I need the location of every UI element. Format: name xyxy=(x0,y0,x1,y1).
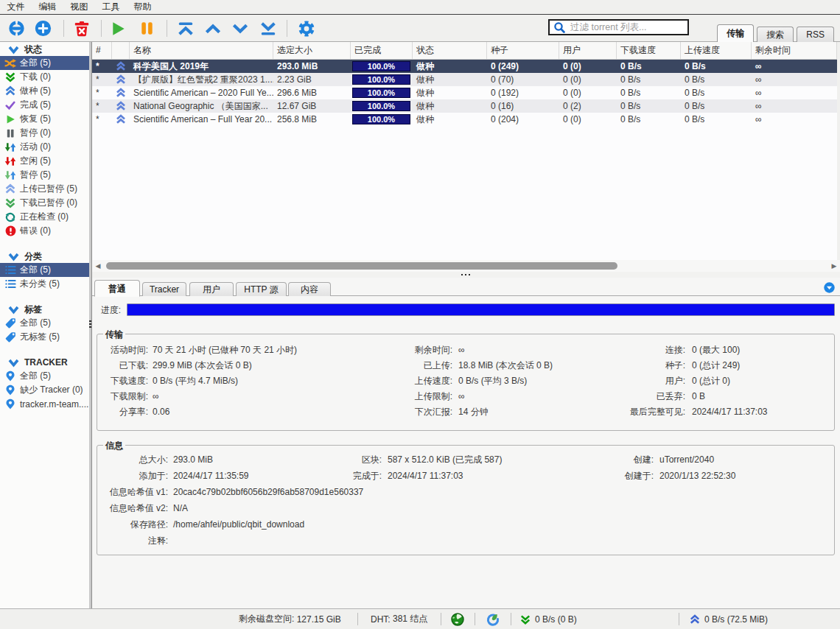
column-header-1[interactable]: # xyxy=(92,42,112,59)
torrent-row-4[interactable]: *National Geographic （美国国家...12.67 GiB10… xyxy=(92,99,837,113)
sidebar-item[interactable]: 未分类 (5) xyxy=(0,277,89,291)
scrollbar-thumb[interactable] xyxy=(106,262,617,270)
sidebar-item-label: 上传已暂停 (5) xyxy=(20,183,77,195)
column-header-10[interactable]: 上传速度 xyxy=(681,42,752,59)
sidebar-section-3[interactable]: 标签 xyxy=(0,303,89,316)
cell-name: 科学美国人 2019年 xyxy=(130,60,273,73)
detail-row: 已下载:299.9 MiB (本次会话 0 B)已上传:18.8 MiB (本次… xyxy=(97,358,834,373)
column-header-4[interactable]: 选定大小 xyxy=(273,42,351,59)
scroll-left-arrow[interactable]: ◀ xyxy=(92,260,104,272)
sidebar-item[interactable]: 无标签 (5) xyxy=(0,330,89,344)
menu-4[interactable]: 工具 xyxy=(95,0,127,14)
main-tab-3[interactable]: RSS xyxy=(797,27,834,42)
sidebar-item[interactable]: 错误 (0) xyxy=(0,224,89,238)
field-label: 种子: xyxy=(569,358,685,373)
pin-icon xyxy=(4,398,16,410)
seeding-icon xyxy=(4,85,16,96)
sidebar-item[interactable]: 上传已暂停 (5) xyxy=(0,182,89,196)
menu-2[interactable]: 编辑 xyxy=(32,0,63,14)
menu-5[interactable]: 帮助 xyxy=(127,0,158,14)
column-header-8[interactable]: 用户 xyxy=(559,42,617,59)
field-value: 0 (总计 0) xyxy=(692,373,730,389)
stalled-up-icon xyxy=(4,183,16,194)
sidebar-item-label: 缺少 Tracker (0) xyxy=(20,384,83,396)
connection-status[interactable] xyxy=(451,609,464,629)
sidebar-item[interactable]: 全部 (5) xyxy=(0,369,89,383)
torrent-row-2[interactable]: *【扩展版】红色警戒2 重聚2023 1....2.23 GiB100.0%做种… xyxy=(92,73,837,86)
resume-button[interactable] xyxy=(108,18,127,38)
menu-1[interactable]: 文件 xyxy=(0,0,32,14)
panel-splitter[interactable] xyxy=(92,272,840,278)
sidebar-item[interactable]: 暂停 (0) xyxy=(0,126,89,140)
sidebar-item[interactable]: 下载 (0) xyxy=(0,70,89,84)
detail-tab-2[interactable]: Tracker xyxy=(142,282,186,296)
sidebar-item[interactable]: 暂停 (5) xyxy=(0,168,89,182)
menu-3[interactable]: 视图 xyxy=(63,0,95,14)
horizontal-scrollbar[interactable]: ◀ ▶ xyxy=(92,260,840,272)
pause-button[interactable] xyxy=(137,18,157,38)
collapse-panel-button[interactable] xyxy=(824,282,835,293)
sidebar-item[interactable]: 恢复 (5) xyxy=(0,112,89,126)
scroll-right-arrow[interactable]: ▶ xyxy=(828,260,840,272)
sidebar-item-label: 暂停 (0) xyxy=(20,127,51,139)
move-up-icon xyxy=(204,20,222,38)
column-header-2[interactable] xyxy=(112,42,130,59)
cell-name: National Geographic （美国国家... xyxy=(130,99,273,113)
options-button[interactable] xyxy=(296,18,316,38)
sidebar-item-label: 正在检查 (0) xyxy=(20,211,69,223)
sidebar-item[interactable]: 下载已暂停 (0) xyxy=(0,196,89,210)
sidebar-item[interactable]: 正在检查 (0) xyxy=(0,210,89,224)
sidebar-item[interactable]: 全部 (5) xyxy=(0,263,89,277)
torrent-row-1[interactable]: *科学美国人 2019年293.0 MiB100.0%做种0 (249)0 (0… xyxy=(92,60,837,73)
column-header-9[interactable]: 下载速度 xyxy=(617,42,681,59)
cell-name: Scientific American – Full Year 20... xyxy=(130,113,273,126)
move-up-button[interactable] xyxy=(203,18,223,38)
statusbar-separator xyxy=(511,613,511,625)
play-icon xyxy=(109,20,127,38)
detail-tab-5[interactable]: 内容 xyxy=(288,282,331,296)
main-tab-1[interactable]: 传输 xyxy=(717,24,754,42)
tag-icon xyxy=(4,331,16,342)
detail-tab-4[interactable]: HTTP 源 xyxy=(236,282,287,296)
add-torrent-link-button[interactable] xyxy=(7,18,27,38)
column-header-6[interactable]: 状态 xyxy=(413,42,487,59)
main-tab-2[interactable]: 搜索 xyxy=(757,27,794,42)
sidebar-section-1[interactable]: 状态 xyxy=(0,43,89,56)
sidebar-item[interactable]: tracker.m-team.... xyxy=(0,397,89,411)
torrent-row-3[interactable]: *Scientific American – 2020 Full Ye...29… xyxy=(92,86,837,99)
delete-button[interactable] xyxy=(71,18,91,38)
move-bottom-button[interactable] xyxy=(258,18,278,38)
sidebar-section-4[interactable]: TRACKER xyxy=(0,356,89,369)
active-icon xyxy=(4,141,16,152)
sidebar-item[interactable]: 全部 (5) xyxy=(0,316,89,330)
sidebar-item[interactable]: 缺少 Tracker (0) xyxy=(0,383,89,397)
sidebar-item[interactable]: 空闲 (5) xyxy=(0,154,89,168)
sidebar-item[interactable]: 全部 (5) xyxy=(0,56,89,70)
column-header-5[interactable]: 已完成 xyxy=(351,42,413,59)
disk-value: 127.15 GiB xyxy=(297,614,341,625)
add-torrent-file-button[interactable] xyxy=(33,18,53,38)
cell-seeds: 0 (70) xyxy=(487,73,559,86)
move-top-button[interactable] xyxy=(175,18,195,38)
cell-dl: 0 B/s xyxy=(617,60,681,73)
alt-speed-limits[interactable] xyxy=(486,609,500,629)
sidebar-item[interactable]: 做种 (5) xyxy=(0,84,89,98)
column-header-3[interactable]: 名称 xyxy=(130,42,273,59)
column-header-11[interactable]: 剩余时间 xyxy=(752,42,837,59)
stalled-down-icon xyxy=(4,197,16,208)
move-down-button[interactable] xyxy=(230,18,250,38)
sidebar-section-2[interactable]: 分类 xyxy=(0,250,89,263)
search-input[interactable]: 过滤 torrent 列表... xyxy=(548,19,689,35)
torrent-row-5[interactable]: *Scientific American – Full Year 20...25… xyxy=(92,113,837,126)
field-value: ∞ xyxy=(458,342,465,358)
column-header-7[interactable]: 种子 xyxy=(487,42,559,59)
cell-dl: 0 B/s xyxy=(617,113,681,126)
detail-tab-1[interactable]: 普通 xyxy=(94,280,140,297)
plus-icon xyxy=(35,20,52,37)
sidebar-item[interactable]: 完成 (5) xyxy=(0,98,89,112)
pin-icon xyxy=(4,384,16,396)
sidebar-item-label: tracker.m-team.... xyxy=(20,399,88,410)
sidebar-item[interactable]: 活动 (0) xyxy=(0,140,89,154)
field-value: 293.0 MiB xyxy=(173,452,213,468)
detail-tab-3[interactable]: 用户 xyxy=(189,282,234,296)
